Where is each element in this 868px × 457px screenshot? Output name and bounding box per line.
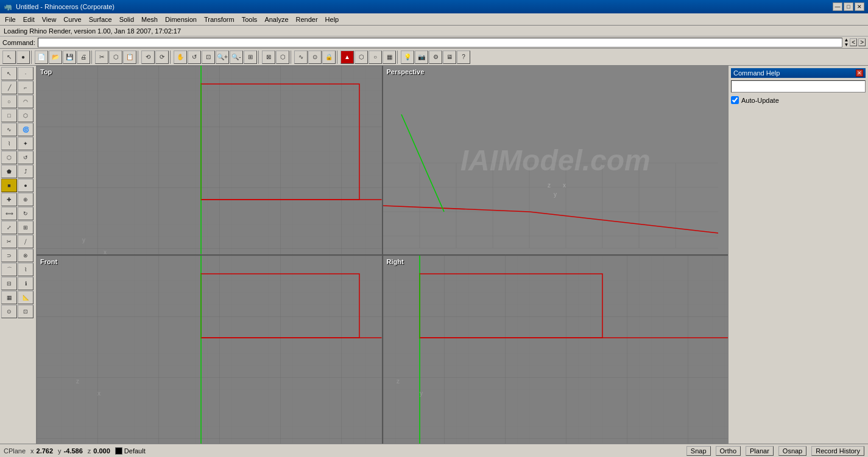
zoom-in[interactable]: 🔍+ [216, 51, 229, 64]
select-point[interactable]: ● [16, 51, 30, 64]
viewport-props[interactable]: ⬡ [276, 51, 289, 64]
osnap-button[interactable]: Osnap [778, 446, 806, 456]
help-btn[interactable]: ? [457, 51, 470, 64]
viewport-top[interactable]: Top y [37, 66, 382, 254]
save-file[interactable]: 💾 [63, 51, 76, 64]
menu-render[interactable]: Render [292, 15, 322, 24]
mesh-btn[interactable]: ▦ [383, 51, 396, 64]
revolve-btn[interactable]: ↺ [18, 151, 34, 164]
command-help-close-button[interactable]: ✕ [856, 69, 863, 77]
copy-tool[interactable]: ⬡ [109, 51, 122, 64]
freeform-btn[interactable]: ∿ [1, 123, 17, 136]
explode-btn[interactable]: ⊗ [18, 249, 34, 262]
viewport-perspective[interactable]: Perspective [383, 66, 729, 254]
menu-file[interactable]: File [1, 15, 19, 24]
box-btn[interactable]: ■ [1, 179, 17, 192]
prev-button[interactable]: < [850, 38, 857, 46]
material-btn[interactable]: ▲ [340, 51, 354, 64]
pt-btn[interactable]: · [18, 67, 34, 80]
chamfer-btn[interactable]: ⌇ [18, 263, 34, 276]
zoom-window[interactable]: ⊞ [244, 51, 257, 64]
light-btn[interactable]: 💡 [401, 51, 414, 64]
open-file[interactable]: 📂 [49, 51, 62, 64]
paste-tool[interactable]: 📋 [123, 51, 136, 64]
close-button[interactable]: ✕ [855, 2, 864, 11]
menu-solid[interactable]: Solid [116, 15, 138, 24]
menu-tools[interactable]: Tools [238, 15, 261, 24]
menu-transform[interactable]: Transform [200, 15, 238, 24]
new-file[interactable]: 📄 [35, 51, 48, 64]
maximize-button[interactable]: □ [844, 2, 853, 11]
sweep-btn[interactable]: ⤴ [18, 165, 34, 178]
lock-toggle[interactable]: 🔒 [322, 51, 336, 64]
arc-btn[interactable]: ◠ [18, 95, 34, 108]
zoom-out[interactable]: 🔍- [230, 51, 243, 64]
menu-view[interactable]: View [38, 15, 60, 24]
circle-btn[interactable]: ○ [369, 51, 382, 64]
next-button[interactable]: > [858, 38, 866, 46]
record-history-button[interactable]: Record History [811, 446, 864, 456]
layer-btn[interactable]: ⊟ [1, 277, 17, 290]
rotate-tool[interactable]: ↺ [188, 51, 201, 64]
loft-btn[interactable]: ⬟ [1, 165, 17, 178]
extra-btn[interactable]: ⊡ [18, 305, 34, 318]
print-file[interactable]: 🖨 [77, 51, 90, 64]
polyline-btn[interactable]: ⌐ [18, 81, 34, 94]
menu-curve[interactable]: Curve [60, 15, 85, 24]
surface-btn[interactable]: ⬡ [355, 51, 368, 64]
viewport-right[interactable]: Right [383, 256, 729, 444]
command-input[interactable] [38, 38, 843, 47]
settings-btn[interactable]: ⚙ [429, 51, 442, 64]
cut-tool[interactable]: ✂ [95, 51, 108, 64]
mirror-btn[interactable]: ⟺ [1, 207, 17, 220]
interp-btn[interactable]: ⌇ [1, 137, 17, 150]
menu-dimension[interactable]: Dimension [161, 15, 200, 24]
zoom-extents[interactable]: ⊡ [202, 51, 215, 64]
select-btn[interactable]: ↖ [1, 67, 17, 80]
rotate3d-btn[interactable]: ↻ [18, 207, 34, 220]
pan-tool[interactable]: ✋ [174, 51, 187, 64]
redo-tool[interactable]: ⟳ [155, 51, 169, 64]
array-btn[interactable]: ⊞ [18, 221, 34, 234]
four-view[interactable]: ⊠ [262, 51, 275, 64]
prop-btn[interactable]: ℹ [18, 277, 34, 290]
circle-lt-btn[interactable]: ○ [1, 95, 17, 108]
analyze-btn[interactable]: 📐 [18, 291, 34, 304]
spiral-btn[interactable]: 🌀 [18, 123, 34, 136]
window-controls[interactable]: — □ ✕ [833, 2, 864, 11]
menu-analyze[interactable]: Analyze [261, 15, 292, 24]
snap-button[interactable]: Snap [686, 446, 711, 456]
curve-mode[interactable]: ∿ [294, 51, 308, 64]
join-btn[interactable]: ⊃ [1, 249, 17, 262]
rect-btn[interactable]: □ [1, 109, 17, 122]
polygon-btn[interactable]: ⬡ [18, 109, 34, 122]
display-btn[interactable]: 🖥 [443, 51, 456, 64]
fillet-btn[interactable]: ⌒ [1, 263, 17, 276]
menu-mesh[interactable]: Mesh [138, 15, 161, 24]
copy3d-btn[interactable]: ⊕ [18, 193, 34, 206]
menu-surface[interactable]: Surface [85, 15, 116, 24]
move-btn[interactable]: ✚ [1, 193, 17, 206]
menu-edit[interactable]: Edit [19, 15, 38, 24]
trim-btn[interactable]: ✂ [1, 235, 17, 248]
auto-update-check[interactable] [731, 96, 739, 104]
undo-tool[interactable]: ⟲ [141, 51, 155, 64]
handle-btn[interactable]: ✦ [18, 137, 34, 150]
menu-help[interactable]: Help [322, 15, 343, 24]
camera-btn[interactable]: 📷 [415, 51, 428, 64]
snap-lt-btn[interactable]: ⊙ [1, 305, 17, 318]
minimize-button[interactable]: — [833, 2, 842, 11]
split-btn[interactable]: ⧸ [18, 235, 34, 248]
down-arrow-icon[interactable]: ▼ [844, 43, 849, 47]
command-help-input[interactable] [731, 80, 866, 92]
mesh3d-btn[interactable]: ▦ [1, 291, 17, 304]
extrude-btn[interactable]: ⬡ [1, 151, 17, 164]
select-tool[interactable]: ↖ [2, 51, 16, 64]
sphere-btn[interactable]: ● [18, 179, 34, 192]
auto-update-checkbox[interactable]: Auto-Update [731, 96, 866, 104]
planar-button[interactable]: Planar [746, 446, 774, 456]
scale-btn[interactable]: ⤢ [1, 221, 17, 234]
ortho-button[interactable]: Ortho [716, 446, 741, 456]
viewport-front[interactable]: Front [37, 256, 382, 444]
snap-toggle[interactable]: ⊙ [308, 51, 322, 64]
